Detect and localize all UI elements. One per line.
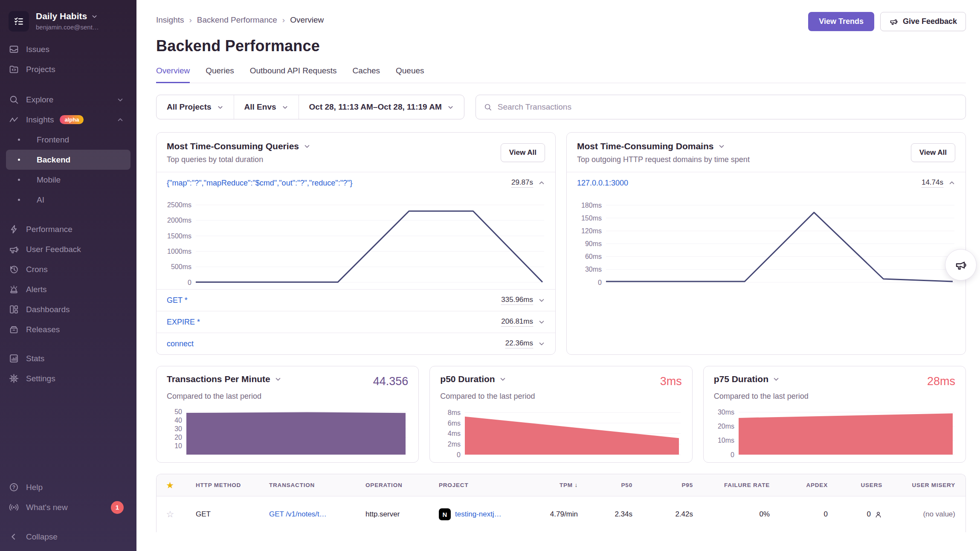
p75-card: p75 Duration 28ms Compared to the last p… (703, 366, 966, 463)
p75-area-chart: 30ms20ms10ms0 (714, 406, 955, 457)
chevron-down-icon[interactable] (718, 143, 725, 150)
query-link[interactable]: GET * (167, 296, 188, 305)
col-apdex[interactable]: APDEX (780, 482, 838, 488)
sidebar-item-help[interactable]: ? Help (0, 477, 136, 497)
search-input[interactable] (498, 102, 958, 112)
chevron-down-icon[interactable] (773, 376, 780, 383)
p75-card-subtitle: Compared to the last period (714, 392, 955, 401)
cell-tpm: 4.79/min (533, 510, 588, 519)
svg-text:0: 0 (188, 279, 191, 285)
chevron-down-icon[interactable] (499, 376, 506, 383)
sidebar-collapse-button[interactable]: Collapse (0, 527, 136, 547)
chevron-down-icon[interactable] (304, 143, 310, 150)
sidebar-item-performance[interactable]: Performance (0, 219, 136, 239)
svg-text:50: 50 (174, 408, 182, 415)
bullet-dot (18, 199, 20, 201)
query-duration-value: 335.96ms (501, 296, 533, 305)
sidebar-item-mobile[interactable]: Mobile (0, 170, 136, 190)
col-operation[interactable]: OPERATION (354, 482, 427, 488)
tab-queries[interactable]: Queries (206, 66, 234, 83)
sidebar-item-issues[interactable]: Issues (0, 39, 136, 59)
chevron-left-icon (9, 531, 19, 542)
chevron-up-icon (117, 116, 124, 123)
col-transaction[interactable]: TRANSACTION (257, 482, 354, 488)
sidebar-item-releases[interactable]: Releases (0, 319, 136, 339)
table-row: ☆ GET GET /v1/notes/t… http.server N tes… (157, 496, 966, 532)
project-link[interactable]: testing-nextj… (455, 510, 502, 519)
sidebar-item-label: Mobile (37, 175, 61, 185)
sidebar-item-insights[interactable]: Insights alpha (0, 110, 136, 130)
transaction-link[interactable]: GET /v1/notes/t… (257, 510, 354, 519)
tab-queues[interactable]: Queues (396, 66, 424, 83)
cell-user-misery: (no value) (893, 510, 966, 519)
star-outline-icon[interactable]: ☆ (157, 509, 184, 519)
query-duration-value: 206.81ms (501, 317, 533, 327)
col-http-method[interactable]: HTTP METHOD (184, 482, 257, 488)
svg-text:4ms: 4ms (448, 430, 461, 437)
col-tpm[interactable]: TPM ↓ (533, 482, 588, 488)
col-project[interactable]: PROJECT (427, 482, 533, 488)
project-filter-dropdown[interactable]: All Projects (157, 95, 234, 119)
chevron-down-icon[interactable] (275, 376, 281, 383)
domain-link[interactable]: 127.0.0.1:3000 (577, 179, 628, 188)
chevron-down-icon (217, 104, 223, 110)
sidebar-item-stats[interactable]: Stats (0, 348, 136, 368)
col-failure-rate[interactable]: FAILURE RATE (703, 482, 780, 488)
chevron-down-icon[interactable] (538, 319, 545, 325)
col-p95[interactable]: P95 (643, 482, 703, 488)
sidebar-item-user-feedback[interactable]: User Feedback (0, 239, 136, 259)
query-link[interactable]: {"map":"?","mapReduce":"$cmd","out":"?",… (167, 179, 352, 188)
queries-view-all-button[interactable]: View All (501, 143, 545, 162)
star-filled-icon[interactable]: ★ (157, 480, 184, 490)
sidebar-item-whats-new[interactable]: What's new 1 (0, 497, 136, 517)
breadcrumb-insights[interactable]: Insights (156, 15, 184, 25)
breadcrumb-backend-performance[interactable]: Backend Performance (197, 15, 277, 25)
chevron-down-icon[interactable] (538, 297, 545, 304)
tab-overview[interactable]: Overview (156, 66, 190, 83)
floating-feedback-button[interactable] (945, 249, 977, 281)
sidebar-item-crons[interactable]: Crons (0, 259, 136, 279)
lightning-icon (9, 224, 19, 235)
sidebar-item-settings[interactable]: Settings (0, 368, 136, 389)
chevron-down-icon[interactable] (538, 340, 545, 347)
issues-icon (9, 44, 19, 55)
dashboards-layout-icon (9, 304, 19, 315)
query-link[interactable]: EXPIRE * (167, 318, 200, 327)
query-duration-value: 29.87s (511, 178, 533, 188)
sidebar-item-label: Explore (26, 95, 53, 104)
domains-view-all-button[interactable]: View All (911, 143, 955, 162)
sidebar-item-dashboards[interactable]: Dashboards (0, 299, 136, 319)
tpm-card-title: Transactions Per Minute (167, 374, 270, 384)
sidebar-item-label: Help (26, 483, 43, 492)
sidebar-item-ai[interactable]: AI (0, 190, 136, 210)
query-row: EXPIRE * 206.81ms (157, 311, 555, 333)
svg-text:0: 0 (598, 279, 602, 285)
environment-filter-dropdown[interactable]: All Envs (234, 95, 299, 119)
sidebar-item-frontend[interactable]: Frontend (0, 130, 136, 150)
gear-icon (9, 373, 19, 384)
col-users[interactable]: USERS (838, 482, 893, 488)
give-feedback-button[interactable]: Give Feedback (880, 12, 966, 31)
sidebar-item-backend[interactable]: Backend (6, 150, 130, 170)
chevron-up-icon[interactable] (538, 180, 545, 186)
tab-outbound-api-requests[interactable]: Outbound API Requests (250, 66, 337, 83)
sidebar-item-label: Settings (26, 374, 55, 383)
clock-history-icon (9, 264, 19, 275)
date-range-dropdown[interactable]: Oct 28, 11:13 AM–Oct 28, 11:19 AM (299, 95, 464, 119)
sidebar-item-projects[interactable]: Projects (0, 59, 136, 79)
col-p50[interactable]: P50 (588, 482, 643, 488)
svg-text:30: 30 (174, 425, 182, 432)
chevron-up-icon[interactable] (948, 180, 955, 186)
view-trends-button[interactable]: View Trends (808, 12, 874, 31)
sidebar-item-alerts[interactable]: Alerts (0, 279, 136, 299)
search-icon (9, 94, 19, 105)
sidebar-item-explore[interactable]: Explore (0, 90, 136, 110)
col-user-misery[interactable]: USER MISERY (893, 482, 966, 488)
tpm-card-subtitle: Compared to the last period (167, 392, 408, 401)
org-switcher[interactable]: Daily Habits benjamin.coe@sent… (0, 0, 136, 32)
tab-caches[interactable]: Caches (353, 66, 380, 83)
sidebar-item-label: Collapse (26, 532, 58, 542)
p75-value: 28ms (927, 375, 955, 388)
query-link[interactable]: connect (167, 339, 194, 348)
p50-card-subtitle: Compared to the last period (440, 392, 681, 401)
